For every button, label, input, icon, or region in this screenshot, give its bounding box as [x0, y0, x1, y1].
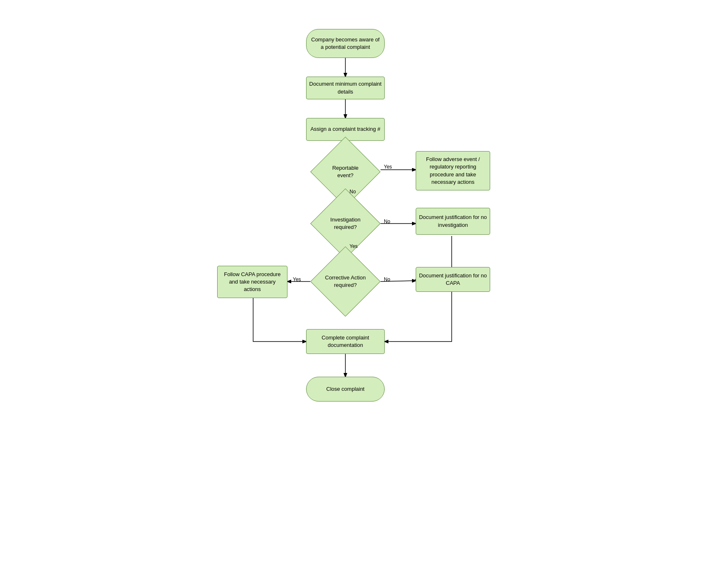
no-capa-node: Document justification for noCAPA — [416, 267, 490, 292]
investigation-diamond: Investigationrequired? — [321, 199, 370, 248]
yes-investigation-label: Yes — [350, 243, 358, 249]
start-node: Company becomes aware ofa potential comp… — [306, 29, 385, 58]
yes-reportable-label: Yes — [384, 164, 392, 170]
adverse-node: Follow adverse event /regulatory reporti… — [416, 151, 490, 190]
no-reportable-label: No — [350, 189, 356, 195]
no-corrective-label: No — [384, 277, 390, 282]
yes-corrective-label: Yes — [293, 277, 301, 282]
doc-min-node: Document minimum complaintdetails — [306, 77, 385, 99]
no-investigation-node: Document justification for noinvestigati… — [416, 208, 490, 235]
close-node: Close complaint — [306, 377, 385, 402]
complete-node: Complete complaintdocumentation — [306, 329, 385, 354]
no-investigation-label: No — [384, 219, 390, 224]
flowchart: Company becomes aware ofa potential comp… — [178, 12, 550, 551]
corrective-diamond: Corrective Actionrequired? — [321, 257, 370, 306]
capa-node: Follow CAPA procedureand take necessarya… — [217, 266, 287, 298]
